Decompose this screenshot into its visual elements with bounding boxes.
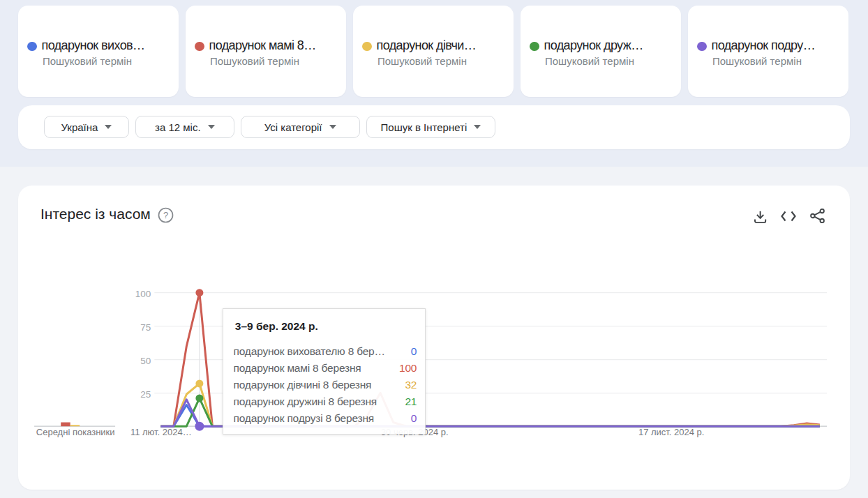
svg-text:11 лют. 2024…: 11 лют. 2024… xyxy=(130,427,192,437)
svg-text:Середні показники: Середні показники xyxy=(36,427,115,437)
svg-text:17 лист. 2024 р.: 17 лист. 2024 р. xyxy=(638,427,705,437)
svg-text:50: 50 xyxy=(140,356,151,366)
svg-text:100: 100 xyxy=(135,289,151,299)
svg-text:75: 75 xyxy=(140,322,151,333)
svg-text:25: 25 xyxy=(140,389,151,400)
